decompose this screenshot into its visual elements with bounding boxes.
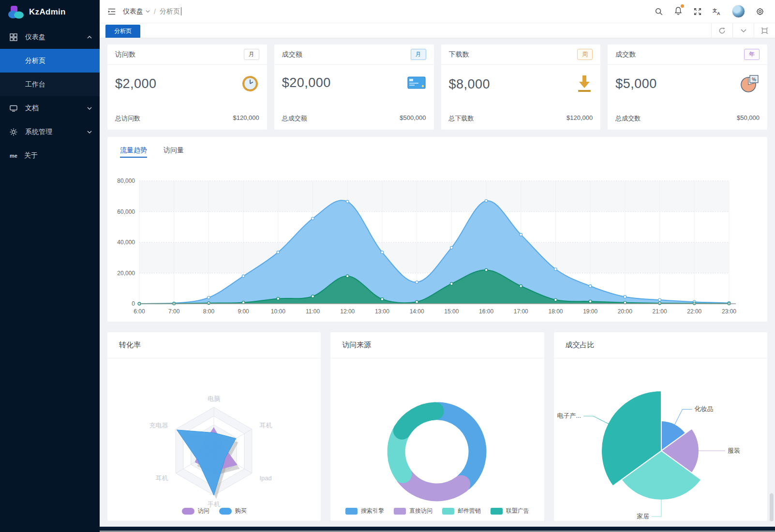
tab-visits[interactable]: 访问量 [164,137,184,163]
svg-text:22:00: 22:00 [687,308,701,315]
svg-text:20:00: 20:00 [618,308,632,315]
traffic-trend-card: 流量趋势 访问量 020,00040,00060,00080,0006:007:… [107,137,767,322]
svg-text:60,000: 60,000 [117,208,135,215]
legend-swatch [394,508,406,515]
period-badge[interactable]: 年 [744,49,760,60]
sidebar-item-about[interactable]: me 关于 [0,144,100,167]
tab-traffic-trend[interactable]: 流量趋势 [120,137,147,163]
gear-icon [10,128,17,136]
rose-pie-chart[interactable]: 化妆品服装家居电子产... [554,358,767,521]
app-logo[interactable]: KzAdmin [0,0,100,24]
period-badge[interactable]: 周 [577,49,593,60]
download-icon [576,74,593,94]
sidebar: KzAdmin 仪表盘 分析页 工作台 文档 [0,0,100,532]
bottom-strip [0,527,775,531]
period-badge[interactable]: 月 [411,49,426,60]
conversion-rate-card: 转化率 电脑耳机Ipad手机耳机充电器 访问购买 [107,332,321,521]
legend-item[interactable]: 购买 [219,507,247,515]
donut-chart[interactable] [330,358,544,521]
avatar[interactable] [732,5,745,18]
sidebar-item-label: 系统管理 [25,128,52,136]
dashboard-icon [10,33,17,41]
legend-swatch [442,508,454,515]
sidebar-item-label: 文档 [25,104,39,113]
chevron-down-icon [87,130,92,134]
vertical-scrollbar[interactable] [770,493,774,521]
stat-value: $5,000 [615,76,657,91]
svg-text:文: 文 [713,8,717,13]
breadcrumb-root[interactable]: 仪表盘 [123,7,143,16]
legend-swatch [491,508,503,515]
translate-icon[interactable]: 文 A [713,7,721,16]
fullscreen-icon[interactable] [693,7,702,16]
radar-chart[interactable]: 电脑耳机Ipad手机耳机充电器 [107,358,321,521]
svg-text:充电器: 充电器 [149,422,168,429]
stat-title: 访问数 [115,50,135,59]
legend-item[interactable]: 访问 [182,507,209,515]
svg-text:40,000: 40,000 [117,239,135,246]
text-cursor [181,7,181,15]
legend-item[interactable]: 邮件营销 [442,507,481,515]
tab-analysis[interactable]: 分析页 [105,25,140,38]
svg-text:6:00: 6:00 [134,308,145,315]
deal-share-card: 成交占比 化妆品服装家居电子产... [554,332,767,521]
svg-text:服装: 服装 [728,447,740,454]
svg-text:15:00: 15:00 [444,308,459,315]
sidebar-item-analysis[interactable]: 分析页 [0,49,100,73]
maximize-icon [761,28,768,34]
svg-text:9:00: 9:00 [238,308,249,315]
card-title: 成交占比 [554,332,767,358]
period-badge[interactable]: 月 [244,49,259,60]
legend-item[interactable]: 搜索引擎 [345,507,384,515]
collapse-menu-icon[interactable] [107,7,116,16]
sidebar-item-system[interactable]: 系统管理 [0,120,100,144]
legend-swatch [219,508,232,515]
legend-item[interactable]: 联盟广告 [491,507,529,515]
search-icon[interactable] [655,7,663,16]
maximize-content-button[interactable] [754,23,775,38]
breadcrumb-current[interactable]: 分析页 [160,7,180,16]
page-tabbar: 分析页 [100,23,775,38]
sidebar-item-dashboard[interactable]: 仪表盘 [0,25,100,49]
svg-text:80,000: 80,000 [117,177,135,184]
card-title: 访问来源 [330,332,544,358]
stat-footer-value: $120,000 [233,114,259,123]
refresh-icon [718,27,726,34]
clock-icon [241,74,259,93]
notifications-button[interactable] [674,6,683,17]
stat-value: $20,000 [282,75,331,90]
svg-text:17:00: 17:00 [514,308,528,315]
svg-text:家居: 家居 [637,513,649,520]
sidebar-item-label: 仪表盘 [25,33,45,42]
card-title: 转化率 [107,332,321,358]
sidebar-item-docs[interactable]: 文档 [0,96,100,120]
area-chart[interactable]: 020,00040,00060,00080,0006:007:008:009:0… [107,163,767,322]
svg-text:21:00: 21:00 [653,308,667,315]
main-content: 访问数 月 $2,000 总访问数 $120,000 成交额 月 [100,38,775,527]
stat-card-turnover: 成交额 月 $20,000 总成交额 $500,000 [274,44,434,130]
app-title: KzAdmin [29,7,66,17]
legend-item[interactable]: 直接访问 [394,507,432,515]
header: 仪表盘 / 分析页 [100,0,775,23]
legend-swatch [345,508,358,515]
svg-text:13:00: 13:00 [375,308,389,315]
svg-text:10:00: 10:00 [271,308,285,315]
svg-text:16:00: 16:00 [479,308,493,315]
legend-label: 联盟广告 [506,507,529,515]
svg-text:20,000: 20,000 [117,270,135,277]
logo-icon [8,5,24,19]
settings-icon[interactable] [756,7,764,16]
sidebar-item-workbench[interactable]: 工作台 [0,73,100,96]
stat-footer-value: $50,000 [737,114,760,123]
tab-options-button[interactable] [732,23,754,38]
chevron-down-icon [741,29,746,33]
legend-label: 直接访问 [409,507,432,515]
credit-card-icon [407,74,426,91]
legend-label: 邮件营销 [458,507,481,515]
stat-card-visits: 访问数 月 $2,000 总访问数 $120,000 [107,44,267,130]
stat-title: 下载数 [449,50,469,59]
refresh-button[interactable] [711,23,732,38]
stat-footer-label: 总下载数 [449,114,474,123]
svg-text:Ipad: Ipad [259,474,271,482]
stat-title: 成交额 [282,50,302,59]
